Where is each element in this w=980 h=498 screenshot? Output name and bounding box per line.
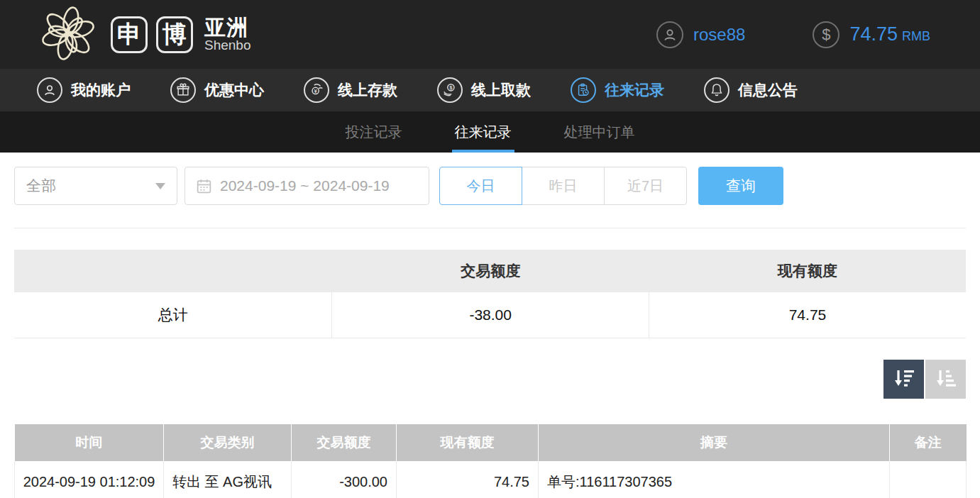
tab-pending-orders[interactable]: 处理中订单 [561, 111, 638, 153]
records-header-time: 时间 [15, 424, 164, 461]
filter-row: 全部 2024-09-19 ~ 2024-09-19 今日 昨日 近7日 查询 [14, 167, 966, 205]
brand-region: 亚洲 [204, 16, 251, 39]
nav-item-announcements[interactable]: 信息公告 [704, 77, 798, 103]
tab-betting-records[interactable]: 投注记录 [343, 111, 405, 153]
sort-descending-icon [893, 368, 915, 389]
record-time: 2024-09-19 01:12:09 [15, 461, 164, 498]
date-range-value: 2024-09-19 ~ 2024-09-19 [220, 177, 390, 194]
transactions-icon [571, 77, 596, 103]
user-icon [37, 77, 62, 103]
records-header-type: 交易类别 [164, 424, 292, 461]
sort-controls [14, 360, 966, 399]
range-yesterday-button[interactable]: 昨日 [522, 167, 605, 205]
table-row: 2024-09-19 01:12:09 转出 至 AG视讯 -300.00 74… [15, 461, 967, 498]
records-header-amount: 交易额度 [292, 424, 397, 461]
summary-table: 交易额度 现有额度 总计 -38.00 74.75 [14, 250, 966, 338]
record-summary: 单号:116117307365 [539, 461, 890, 498]
records-header-balance: 现有额度 [397, 424, 539, 461]
nav-item-transactions[interactable]: 往来记录 [571, 77, 664, 103]
nav-item-promotions[interactable]: 优惠中心 [170, 77, 264, 103]
brand-char-bo: 博 [156, 16, 193, 53]
records-header-note: 备注 [890, 424, 967, 461]
tab-label: 往来记录 [455, 123, 512, 142]
nav-item-deposit[interactable]: ¥ 线上存款 [304, 77, 397, 103]
balance-currency: RMB [902, 29, 930, 43]
record-note [890, 461, 967, 498]
type-select-value: 全部 [26, 176, 56, 196]
nav-label: 线上取款 [471, 80, 531, 100]
type-select[interactable]: 全部 [14, 167, 177, 205]
quick-range-group: 今日 昨日 近7日 [439, 167, 687, 205]
record-amount: -300.00 [292, 461, 397, 498]
svg-text:¥: ¥ [314, 88, 317, 94]
tab-label: 处理中订单 [564, 123, 635, 142]
range-last7days-button[interactable]: 近7日 [604, 167, 687, 205]
gift-icon [170, 77, 196, 103]
nav-label: 优惠中心 [204, 80, 264, 100]
summary-total-row: 总计 -38.00 74.75 [14, 292, 966, 338]
summary-header-row: 交易额度 现有额度 [14, 250, 966, 292]
summary-total-amount: -38.00 [332, 292, 649, 338]
user-account-chip[interactable]: rose88 [656, 21, 745, 48]
records-header-row: 时间 交易类别 交易额度 现有额度 摘要 备注 [15, 424, 967, 461]
main-content: 全部 2024-09-19 ~ 2024-09-19 今日 昨日 近7日 查询 [0, 153, 980, 498]
brand-char-shen: 申 [111, 16, 148, 53]
balance-amount: 74.75 [849, 23, 898, 45]
brand-name-en: Shenbo [204, 38, 251, 52]
svg-text:$: $ [449, 84, 453, 91]
top-header: 申 博 亚洲 Shenbo rose88 $ 74.75RMB [0, 0, 980, 69]
date-range-input[interactable]: 2024-09-19 ~ 2024-09-19 [185, 167, 429, 205]
record-balance: 74.75 [397, 461, 539, 498]
user-icon [656, 21, 683, 48]
sort-ascending-button[interactable] [925, 360, 966, 399]
records-header-summary: 摘要 [539, 424, 890, 461]
nav-item-my-account[interactable]: 我的账户 [37, 77, 131, 103]
search-button[interactable]: 查询 [698, 167, 783, 205]
summary-header-transaction-amount: 交易额度 [332, 250, 649, 292]
summary-header-empty [14, 250, 332, 292]
sort-descending-button[interactable] [883, 360, 924, 399]
withdraw-icon: $ [437, 77, 463, 103]
dollar-icon: $ [813, 21, 839, 48]
nav-label: 信息公告 [738, 80, 798, 100]
tab-transaction-records[interactable]: 往来记录 [452, 111, 514, 153]
flower-logo-icon [37, 2, 99, 67]
records-table: 时间 交易类别 交易额度 现有额度 摘要 备注 2024-09-19 01:12… [14, 424, 967, 498]
calendar-icon [195, 177, 213, 195]
username: rose88 [693, 25, 745, 45]
section-divider [14, 228, 966, 228]
summary-total-balance: 74.75 [649, 292, 966, 338]
deposit-icon: ¥ [304, 77, 329, 103]
record-type: 转出 至 AG视讯 [164, 461, 292, 498]
balance-chip[interactable]: $ 74.75RMB [813, 21, 930, 48]
summary-total-label: 总计 [14, 292, 332, 338]
caret-down-icon [155, 183, 165, 189]
bell-icon [704, 77, 730, 103]
nav-item-withdraw[interactable]: $ 线上取款 [437, 77, 531, 103]
summary-header-current-balance: 现有额度 [649, 250, 966, 292]
sub-nav: 投注记录 往来记录 处理中订单 [0, 111, 980, 153]
nav-label: 往来记录 [605, 80, 664, 100]
brand-logo[interactable]: 申 博 亚洲 Shenbo [37, 2, 251, 67]
sort-ascending-icon [935, 368, 957, 389]
nav-label: 我的账户 [71, 80, 131, 100]
range-today-button[interactable]: 今日 [439, 167, 522, 205]
tab-label: 投注记录 [346, 123, 402, 142]
main-nav: 我的账户 优惠中心 ¥ 线上存款 $ [0, 69, 980, 111]
nav-label: 线上存款 [338, 80, 397, 100]
